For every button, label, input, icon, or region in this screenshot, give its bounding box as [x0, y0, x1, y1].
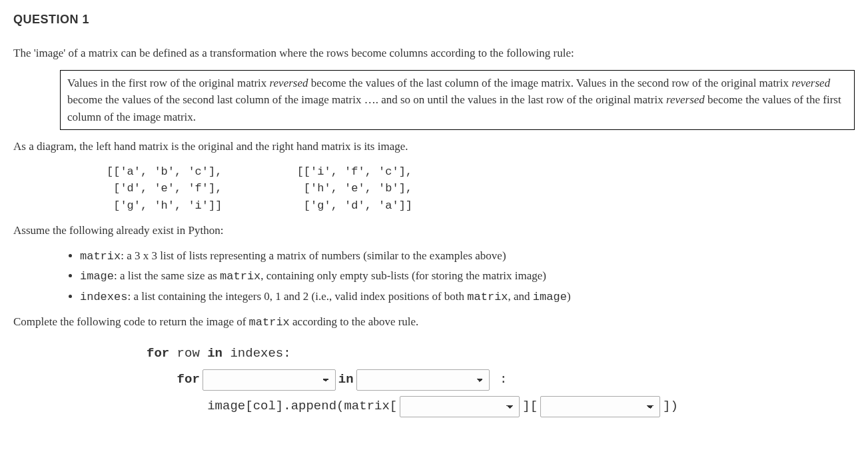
bullet-list: matrix: a 3 x 3 list of lists representi… — [80, 247, 855, 306]
kw-for: for — [147, 341, 177, 367]
matrix-diagram: [['a', 'b', 'c'], [['i', 'f', 'c'], ['d'… — [107, 163, 855, 215]
complete-code: matrix — [249, 316, 290, 329]
colon: : — [492, 367, 508, 393]
bullet-tail2: , containing only empty sub-lists (for s… — [260, 269, 546, 282]
list-item: image: a list the same size as matrix, c… — [80, 267, 855, 285]
question-title: QUESTION 1 — [13, 11, 855, 29]
kw-for: for — [177, 367, 200, 393]
list-item: indexes: a list containing the integers … — [80, 288, 855, 306]
rule-mid2: become the values of the second last col… — [67, 93, 666, 106]
code-template: for row in indexes: for in : image[col].… — [147, 341, 855, 421]
dropdown-iterable[interactable] — [356, 369, 490, 391]
bullet-code: indexes — [80, 291, 127, 303]
code-mid: ][ — [522, 393, 538, 420]
dropdown-loop-var[interactable] — [203, 369, 336, 391]
bullet-tail: : a 3 x 3 list of lists representing a m… — [121, 249, 506, 262]
var-row: row — [177, 341, 208, 367]
rule-pre1: Values in the first row of the original … — [67, 77, 270, 89]
complete-post: according to the above rule. — [290, 315, 419, 328]
bullet-code2: matrix — [220, 270, 260, 283]
indent — [147, 393, 207, 420]
rule-box: Values in the first row of the original … — [60, 70, 855, 131]
kw-in: in — [338, 367, 354, 393]
bullet-tail2: , and — [508, 290, 533, 303]
code-pre: image[col].append(matrix[ — [207, 393, 397, 420]
complete-pre: Complete the following code to return th… — [13, 315, 249, 328]
dropdown-index-2[interactable] — [540, 396, 660, 417]
var-indexes: indexes: — [230, 341, 290, 367]
indent — [147, 367, 177, 393]
code-line-3: image[col].append(matrix[ ][ ]) — [147, 393, 855, 420]
kw-in: in — [207, 341, 230, 367]
bullet-tail3: ) — [567, 290, 571, 303]
bullet-code3: image — [533, 291, 567, 303]
bullet-code: matrix — [80, 250, 121, 263]
complete-text: Complete the following code to return th… — [13, 313, 855, 331]
rule-rev2: reversed — [791, 77, 830, 89]
bullet-code2: matrix — [467, 291, 508, 303]
intro-text: The 'image' of a matrix can be defined a… — [13, 45, 855, 62]
bullet-code: image — [80, 270, 114, 283]
dropdown-index-1[interactable] — [400, 396, 520, 417]
assume-text: Assume the following already exist in Py… — [13, 222, 855, 239]
code-line-2: for in : — [147, 367, 855, 393]
rule-mid1: become the values of the last column of … — [308, 77, 791, 89]
code-line-1: for row in indexes: — [147, 341, 855, 367]
bullet-tail: : a list containing the integers 0, 1 an… — [127, 290, 467, 303]
diagram-text: As a diagram, the left hand matrix is th… — [13, 138, 855, 155]
code-end: ]) — [663, 393, 678, 420]
rule-rev1: reversed — [270, 77, 308, 89]
rule-rev3: reversed — [666, 93, 705, 106]
list-item: matrix: a 3 x 3 list of lists representi… — [80, 247, 855, 265]
bullet-tail: : a list the same size as — [114, 269, 220, 282]
